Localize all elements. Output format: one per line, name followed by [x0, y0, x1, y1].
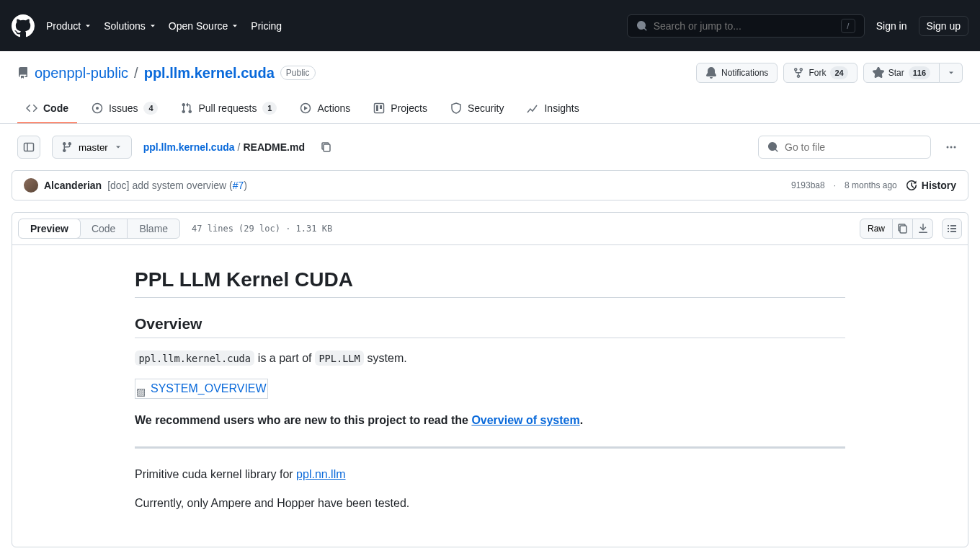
copy-button[interactable] [893, 219, 913, 239]
blame-tab[interactable]: Blame [128, 219, 179, 238]
svg-rect-4 [376, 105, 378, 111]
svg-rect-12 [900, 226, 906, 233]
more-button[interactable] [940, 136, 963, 159]
readme-p4: Currently, only Ampere and Hopper have b… [135, 495, 845, 512]
svg-rect-5 [380, 105, 382, 109]
repo-name-link[interactable]: ppl.llm.kernel.cuda [144, 65, 275, 81]
file-toolbar-right [758, 136, 963, 159]
shield-icon [450, 102, 462, 114]
issues-icon [92, 102, 103, 114]
svg-rect-8 [324, 144, 330, 151]
header-right: / Sign in Sign up [627, 14, 968, 38]
copy-icon [897, 223, 909, 234]
overview-link[interactable]: Overview of system [471, 414, 579, 426]
outline-button[interactable] [942, 219, 962, 239]
chevron-down-icon [231, 22, 239, 30]
bell-icon [705, 67, 717, 79]
chevron-down-icon [84, 22, 92, 30]
nav-security[interactable]: Security [442, 94, 513, 123]
readme-p2: We recommend users who are new to this p… [135, 412, 845, 429]
breadcrumb-root[interactable]: ppl.llm.kernel.cuda [143, 141, 235, 153]
commit-sha[interactable]: 9193ba8 [791, 180, 825, 190]
breadcrumb: ppl.llm.kernel.cuda / README.md [143, 141, 305, 153]
github-logo-icon[interactable] [12, 14, 35, 38]
nav-issues[interactable]: Issues4 [83, 94, 166, 123]
svg-point-9 [947, 146, 949, 149]
copy-icon [321, 141, 332, 153]
history-link[interactable]: History [906, 180, 956, 191]
chevron-down-icon [148, 22, 157, 30]
code-tab[interactable]: Code [80, 219, 127, 238]
code-icon [26, 102, 37, 114]
nav-projects[interactable]: Projects [365, 94, 436, 123]
svg-point-10 [950, 146, 953, 149]
repo-icon [17, 67, 29, 79]
system-overview-image-link[interactable]: SYSTEM_OVERVIEW [135, 379, 268, 399]
star-dropdown[interactable] [940, 63, 963, 83]
file-meta: 47 lines (29 loc) · 1.31 KB [192, 224, 332, 234]
download-icon [917, 223, 929, 234]
chevron-down-icon [114, 143, 122, 151]
file-toolbar-left: master ppl.llm.kernel.cuda / README.md [17, 136, 337, 159]
commit-pr-link[interactable]: #7 [233, 180, 244, 191]
broken-image-icon [136, 383, 148, 394]
header-left: Product Solutions Open Source Pricing [12, 14, 282, 38]
readme-p3: Primitive cuda kernel library for ppl.nn… [135, 466, 845, 483]
signin-link[interactable]: Sign in [876, 20, 907, 32]
search-box[interactable]: / [627, 14, 865, 38]
ppl-nn-llm-link[interactable]: ppl.nn.llm [296, 468, 345, 480]
branch-icon [61, 141, 73, 153]
nav-opensource[interactable]: Open Source [169, 20, 240, 32]
chevron-down-icon [947, 69, 956, 77]
nav-code[interactable]: Code [17, 94, 77, 123]
pull-request-icon [181, 102, 192, 114]
repo-actions: Notifications Fork 24 Star 116 [696, 63, 963, 83]
readme-h1: PPL LLM Kernel CUDA [135, 268, 845, 298]
file-box: Preview Code Blame 47 lines (29 loc) · 1… [12, 212, 968, 547]
history-icon [906, 180, 917, 191]
search-input[interactable] [654, 20, 835, 32]
fork-count: 24 [830, 66, 847, 79]
signup-link[interactable]: Sign up [919, 16, 968, 36]
author-avatar[interactable] [24, 178, 38, 193]
visibility-badge: Public [280, 66, 316, 80]
fork-button[interactable]: Fork 24 [783, 63, 857, 83]
nav-insights[interactable]: Insights [518, 94, 587, 123]
star-button[interactable]: Star 116 [863, 63, 940, 83]
nav-solutions[interactable]: Solutions [104, 20, 157, 32]
repo-owner-link[interactable]: openppl-public [35, 65, 128, 81]
notifications-button[interactable]: Notifications [696, 63, 778, 83]
copy-path-button[interactable] [316, 137, 337, 157]
fork-icon [793, 67, 804, 79]
commit-bar: Alcanderian [doc] add system overview (#… [12, 170, 968, 200]
raw-button[interactable]: Raw [860, 219, 893, 239]
commit-right: 9193ba8 · 8 months ago History [791, 180, 956, 191]
commit-message[interactable]: [doc] add system overview (#7) [107, 180, 247, 191]
search-icon [636, 20, 648, 32]
goto-file-input[interactable] [785, 141, 922, 153]
sidebar-toggle[interactable] [17, 136, 40, 159]
svg-rect-3 [375, 104, 384, 113]
goto-file[interactable] [758, 136, 931, 159]
repo-nav: Code Issues4 Pull requests1 Actions Proj… [17, 94, 963, 123]
header-nav: Product Solutions Open Source Pricing [46, 20, 282, 32]
projects-icon [373, 102, 385, 114]
nav-pulls[interactable]: Pull requests1 [172, 94, 285, 123]
preview-tab[interactable]: Preview [19, 219, 80, 238]
svg-rect-6 [24, 144, 34, 151]
kebab-icon [945, 141, 957, 153]
breadcrumb-file: README.md [243, 141, 305, 153]
sep: / [134, 65, 138, 81]
file-toolbar: master ppl.llm.kernel.cuda / README.md [0, 124, 980, 170]
list-icon [946, 223, 958, 234]
nav-pricing[interactable]: Pricing [251, 20, 282, 32]
commit-author[interactable]: Alcanderian [44, 180, 102, 191]
branch-select[interactable]: master [52, 136, 132, 159]
view-toggle: Preview Code Blame [18, 219, 180, 239]
nav-actions[interactable]: Actions [291, 94, 359, 123]
nav-product[interactable]: Product [46, 20, 92, 32]
divider [135, 446, 845, 449]
sidebar-icon [23, 141, 35, 153]
download-button[interactable] [913, 219, 933, 239]
readme-content: PPL LLM Kernel CUDA Overview ppl.llm.ker… [112, 245, 868, 547]
